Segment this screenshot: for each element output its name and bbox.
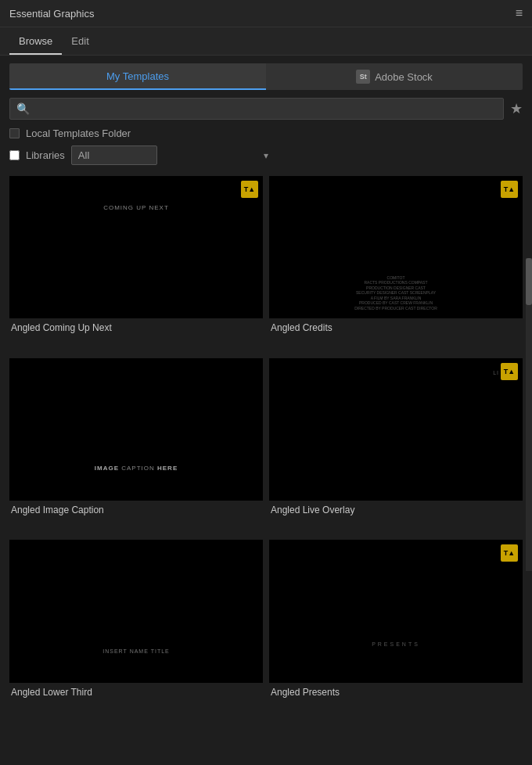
- adobe-stock-button[interactable]: St Adobe Stock: [266, 63, 523, 90]
- favorites-star-icon[interactable]: ★: [510, 100, 523, 117]
- libraries-checkbox[interactable]: [9, 150, 20, 160]
- template-item[interactable]: COMING UP NEXT T▲ Angled Coming Up Next: [9, 176, 266, 358]
- template-thumbnail: COMING UP NEXT T▲: [9, 176, 263, 318]
- local-templates-label: Local Templates Folder: [26, 128, 131, 139]
- libraries-select[interactable]: All My Library Team Library: [71, 145, 157, 165]
- menu-icon[interactable]: ≡: [516, 6, 523, 20]
- template-name: Angled Presents: [269, 687, 523, 698]
- thumb-content: IMAGE CAPTION HERE: [95, 465, 178, 472]
- template-badge: T▲: [501, 363, 518, 380]
- thumb-content: INSERT NAME TITLE: [102, 648, 169, 654]
- libraries-label: Libraries: [26, 149, 65, 161]
- local-templates-checkbox[interactable]: [9, 128, 20, 138]
- template-item[interactable]: LI T▲ Angled Live Overlay: [266, 358, 523, 541]
- local-templates-filter: Local Templates Folder: [9, 128, 523, 139]
- search-icon: 🔍: [16, 102, 30, 115]
- template-thumbnail: PRESENTS T▲: [269, 540, 523, 682]
- tab-bar: Browse Edit: [0, 27, 532, 56]
- template-name: Angled Lower Third: [9, 687, 263, 698]
- template-item[interactable]: INSERT NAME TITLE Angled Lower Third: [9, 540, 266, 722]
- template-thumbnail: LI T▲: [269, 358, 523, 501]
- search-row: 🔍 ★: [9, 98, 523, 120]
- app-title: Essential Graphics: [9, 8, 94, 20]
- tab-browse[interactable]: Browse: [9, 27, 62, 55]
- thumb-content: COMITOTRACTS PRODUCTIONS COMPASTPRODUCTI…: [294, 275, 497, 311]
- template-item[interactable]: IMAGE CAPTION HERE Angled Image Caption: [9, 358, 266, 541]
- template-badge: T▲: [501, 181, 518, 198]
- app-header: Essential Graphics ≡: [0, 0, 532, 27]
- template-item[interactable]: PRESENTS T▲ Angled Presents: [266, 540, 523, 722]
- thumb-content: COMING UP NEXT: [103, 204, 169, 211]
- adobe-stock-icon: St: [356, 70, 370, 84]
- template-badge: T▲: [241, 181, 258, 198]
- template-badge: T▲: [501, 544, 518, 562]
- search-wrap: 🔍: [9, 98, 504, 120]
- template-thumbnail: COMITOTRACTS PRODUCTIONS COMPASTPRODUCTI…: [269, 176, 523, 318]
- my-templates-button[interactable]: My Templates: [9, 63, 266, 90]
- libraries-filter: Libraries All My Library Team Library: [9, 145, 523, 165]
- main-content: My Templates St Adobe Stock 🔍 ★ Local Te…: [0, 56, 532, 730]
- templates-grid: COMING UP NEXT T▲ Angled Coming Up Next …: [9, 176, 523, 722]
- thumb-content: LI: [493, 370, 499, 375]
- libraries-select-wrapper: All My Library Team Library: [71, 145, 275, 165]
- thumb-content: PRESENTS: [372, 641, 420, 647]
- source-toggle: My Templates St Adobe Stock: [9, 63, 523, 90]
- scrollbar[interactable]: [526, 258, 532, 571]
- scrollbar-thumb[interactable]: [526, 258, 532, 305]
- template-name: Angled Live Overlay: [269, 505, 523, 515]
- tab-edit[interactable]: Edit: [62, 27, 98, 55]
- template-name: Angled Coming Up Next: [9, 322, 263, 333]
- template-name: Angled Credits: [269, 322, 523, 333]
- template-item[interactable]: COMITOTRACTS PRODUCTIONS COMPASTPRODUCTI…: [266, 176, 523, 358]
- template-thumbnail: IMAGE CAPTION HERE: [9, 358, 263, 501]
- template-name: Angled Image Caption: [9, 505, 263, 515]
- search-input[interactable]: [34, 103, 497, 115]
- template-thumbnail: INSERT NAME TITLE: [9, 540, 263, 682]
